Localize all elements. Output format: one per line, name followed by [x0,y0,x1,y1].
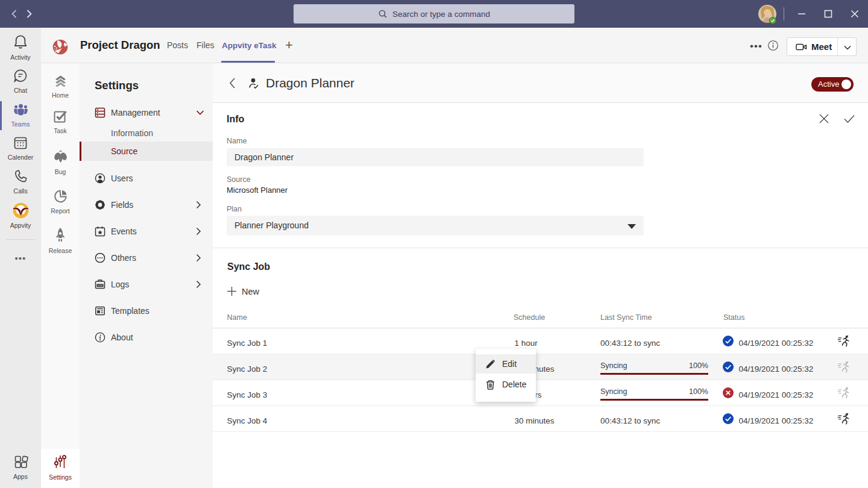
svg-text:LOG: LOG [98,284,102,287]
